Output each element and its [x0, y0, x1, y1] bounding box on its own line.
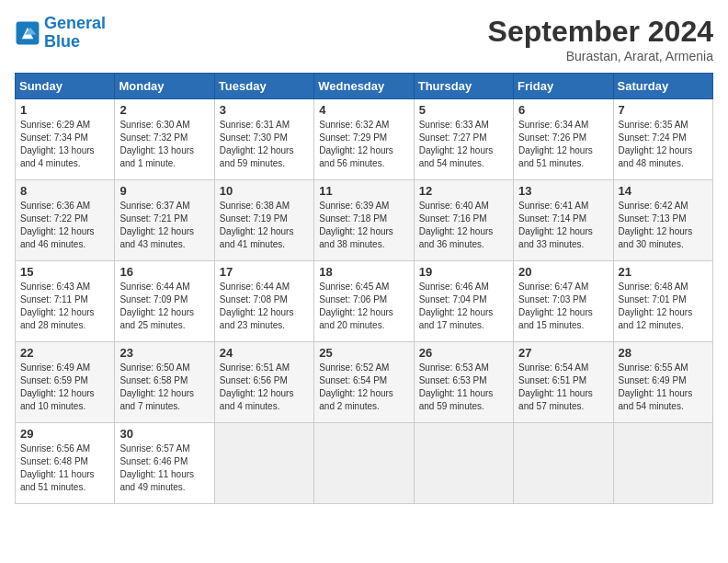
- location: Burastan, Ararat, Armenia: [488, 49, 713, 63]
- calendar-cell: 28Sunrise: 6:55 AMSunset: 6:49 PMDayligh…: [613, 342, 712, 423]
- day-info: Sunrise: 6:57 AMSunset: 6:46 PMDaylight:…: [119, 442, 209, 494]
- calendar-week-4: 22Sunrise: 6:49 AMSunset: 6:59 PMDayligh…: [16, 342, 713, 423]
- day-number: 29: [20, 427, 109, 441]
- header-friday: Friday: [514, 74, 613, 99]
- header-sunday: Sunday: [16, 74, 115, 99]
- calendar-cell: 24Sunrise: 6:51 AMSunset: 6:56 PMDayligh…: [214, 342, 313, 423]
- calendar-cell: 8Sunrise: 6:36 AMSunset: 7:22 PMDaylight…: [16, 180, 115, 261]
- page-header: GeneralBlue September 2024 Burastan, Ara…: [15, 15, 713, 63]
- calendar-cell: 3Sunrise: 6:31 AMSunset: 7:30 PMDaylight…: [214, 99, 313, 180]
- day-info: Sunrise: 6:41 AMSunset: 7:14 PMDaylight:…: [518, 200, 608, 251]
- logo-text: GeneralBlue: [44, 15, 106, 52]
- day-number: 12: [419, 184, 508, 198]
- calendar-week-1: 1Sunrise: 6:29 AMSunset: 7:34 PMDaylight…: [16, 99, 713, 180]
- calendar-cell: 18Sunrise: 6:45 AMSunset: 7:06 PMDayligh…: [314, 261, 414, 342]
- calendar-cell: 1Sunrise: 6:29 AMSunset: 7:34 PMDaylight…: [16, 99, 115, 180]
- calendar-cell: 6Sunrise: 6:34 AMSunset: 7:26 PMDaylight…: [514, 99, 613, 180]
- day-number: 8: [20, 184, 109, 198]
- day-info: Sunrise: 6:44 AMSunset: 7:09 PMDaylight:…: [119, 281, 209, 332]
- day-info: Sunrise: 6:44 AMSunset: 7:08 PMDaylight:…: [220, 281, 309, 332]
- calendar-cell: [613, 423, 712, 504]
- calendar-cell: 26Sunrise: 6:53 AMSunset: 6:53 PMDayligh…: [414, 342, 513, 423]
- calendar-cell: 19Sunrise: 6:46 AMSunset: 7:04 PMDayligh…: [414, 261, 513, 342]
- calendar-cell: [214, 423, 313, 504]
- day-info: Sunrise: 6:45 AMSunset: 7:06 PMDaylight:…: [319, 281, 408, 332]
- day-info: Sunrise: 6:43 AMSunset: 7:11 PMDaylight:…: [20, 281, 109, 332]
- day-number: 13: [518, 184, 608, 198]
- day-info: Sunrise: 6:52 AMSunset: 6:54 PMDaylight:…: [319, 362, 408, 413]
- day-number: 19: [419, 265, 508, 279]
- day-info: Sunrise: 6:46 AMSunset: 7:04 PMDaylight:…: [419, 281, 508, 332]
- day-number: 15: [20, 265, 109, 279]
- header-thursday: Thursday: [414, 74, 513, 99]
- day-number: 18: [319, 265, 408, 279]
- day-info: Sunrise: 6:54 AMSunset: 6:51 PMDaylight:…: [518, 362, 608, 413]
- day-info: Sunrise: 6:35 AMSunset: 7:24 PMDaylight:…: [619, 119, 708, 170]
- day-info: Sunrise: 6:39 AMSunset: 7:18 PMDaylight:…: [319, 200, 408, 251]
- calendar-cell: [314, 423, 414, 504]
- day-info: Sunrise: 6:47 AMSunset: 7:03 PMDaylight:…: [518, 281, 608, 332]
- calendar-cell: 4Sunrise: 6:32 AMSunset: 7:29 PMDaylight…: [314, 99, 414, 180]
- header-monday: Monday: [115, 74, 214, 99]
- calendar-cell: 22Sunrise: 6:49 AMSunset: 6:59 PMDayligh…: [16, 342, 115, 423]
- day-number: 3: [220, 103, 309, 117]
- day-number: 24: [220, 346, 309, 360]
- logo: GeneralBlue: [15, 15, 106, 52]
- day-number: 10: [220, 184, 309, 198]
- calendar-cell: 25Sunrise: 6:52 AMSunset: 6:54 PMDayligh…: [314, 342, 414, 423]
- day-number: 4: [319, 103, 408, 117]
- calendar-week-2: 8Sunrise: 6:36 AMSunset: 7:22 PMDaylight…: [16, 180, 713, 261]
- calendar-cell: 7Sunrise: 6:35 AMSunset: 7:24 PMDaylight…: [613, 99, 712, 180]
- calendar-cell: 20Sunrise: 6:47 AMSunset: 7:03 PMDayligh…: [514, 261, 613, 342]
- day-number: 23: [119, 346, 209, 360]
- day-info: Sunrise: 6:40 AMSunset: 7:16 PMDaylight:…: [419, 200, 508, 251]
- day-info: Sunrise: 6:30 AMSunset: 7:32 PMDaylight:…: [119, 119, 209, 170]
- day-number: 20: [518, 265, 608, 279]
- day-number: 7: [619, 103, 708, 117]
- day-number: 1: [20, 103, 109, 117]
- day-number: 14: [619, 184, 708, 198]
- logo-icon: [15, 20, 40, 46]
- day-number: 27: [518, 346, 608, 360]
- calendar-cell: [514, 423, 613, 504]
- day-number: 28: [619, 346, 708, 360]
- day-info: Sunrise: 6:32 AMSunset: 7:29 PMDaylight:…: [319, 119, 408, 170]
- day-number: 22: [20, 346, 109, 360]
- day-number: 9: [119, 184, 209, 198]
- calendar-cell: 13Sunrise: 6:41 AMSunset: 7:14 PMDayligh…: [514, 180, 613, 261]
- day-info: Sunrise: 6:29 AMSunset: 7:34 PMDaylight:…: [20, 119, 109, 170]
- month-title: September 2024: [488, 15, 713, 49]
- day-info: Sunrise: 6:38 AMSunset: 7:19 PMDaylight:…: [220, 200, 309, 251]
- header-tuesday: Tuesday: [214, 74, 313, 99]
- day-info: Sunrise: 6:50 AMSunset: 6:58 PMDaylight:…: [119, 362, 209, 413]
- title-block: September 2024 Burastan, Ararat, Armenia: [488, 15, 713, 63]
- day-number: 17: [220, 265, 309, 279]
- calendar-week-3: 15Sunrise: 6:43 AMSunset: 7:11 PMDayligh…: [16, 261, 713, 342]
- calendar-week-5: 29Sunrise: 6:56 AMSunset: 6:48 PMDayligh…: [16, 423, 713, 504]
- day-number: 11: [319, 184, 408, 198]
- day-number: 26: [419, 346, 508, 360]
- day-info: Sunrise: 6:42 AMSunset: 7:13 PMDaylight:…: [619, 200, 708, 251]
- day-number: 16: [119, 265, 209, 279]
- calendar-cell: 10Sunrise: 6:38 AMSunset: 7:19 PMDayligh…: [214, 180, 313, 261]
- calendar-cell: 21Sunrise: 6:48 AMSunset: 7:01 PMDayligh…: [613, 261, 712, 342]
- calendar-cell: 9Sunrise: 6:37 AMSunset: 7:21 PMDaylight…: [115, 180, 214, 261]
- day-info: Sunrise: 6:34 AMSunset: 7:26 PMDaylight:…: [518, 119, 608, 170]
- day-info: Sunrise: 6:56 AMSunset: 6:48 PMDaylight:…: [20, 442, 109, 494]
- calendar-cell: 15Sunrise: 6:43 AMSunset: 7:11 PMDayligh…: [16, 261, 115, 342]
- day-number: 30: [119, 427, 209, 441]
- day-info: Sunrise: 6:51 AMSunset: 6:56 PMDaylight:…: [220, 362, 309, 413]
- calendar-cell: 29Sunrise: 6:56 AMSunset: 6:48 PMDayligh…: [16, 423, 115, 504]
- day-info: Sunrise: 6:31 AMSunset: 7:30 PMDaylight:…: [220, 119, 309, 170]
- calendar-cell: 27Sunrise: 6:54 AMSunset: 6:51 PMDayligh…: [514, 342, 613, 423]
- day-info: Sunrise: 6:37 AMSunset: 7:21 PMDaylight:…: [119, 200, 209, 251]
- header-saturday: Saturday: [613, 74, 712, 99]
- day-number: 5: [419, 103, 508, 117]
- day-number: 6: [518, 103, 608, 117]
- day-info: Sunrise: 6:49 AMSunset: 6:59 PMDaylight:…: [20, 362, 109, 413]
- day-info: Sunrise: 6:55 AMSunset: 6:49 PMDaylight:…: [619, 362, 708, 413]
- calendar-cell: 12Sunrise: 6:40 AMSunset: 7:16 PMDayligh…: [414, 180, 513, 261]
- day-info: Sunrise: 6:53 AMSunset: 6:53 PMDaylight:…: [419, 362, 508, 413]
- day-number: 25: [319, 346, 408, 360]
- calendar-cell: 23Sunrise: 6:50 AMSunset: 6:58 PMDayligh…: [115, 342, 214, 423]
